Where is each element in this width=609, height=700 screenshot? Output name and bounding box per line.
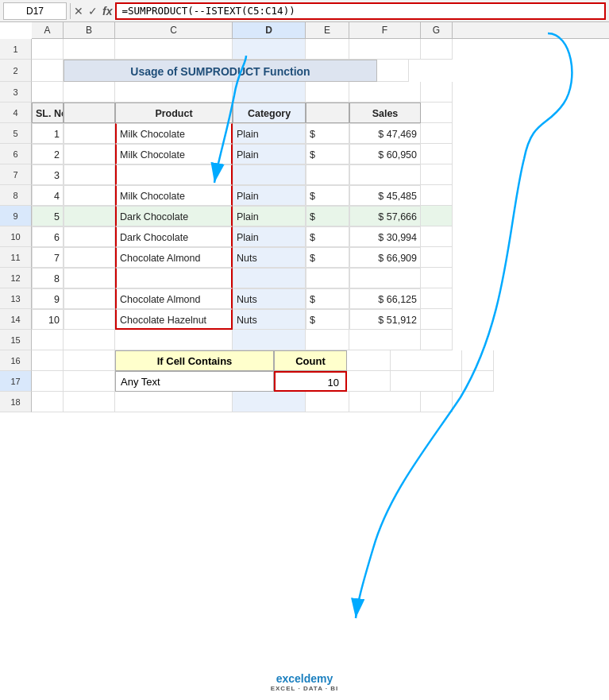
row-header-12[interactable]: 12 bbox=[0, 268, 32, 288]
cell-f11[interactable]: $ 66,909 bbox=[349, 247, 421, 268]
cell-a18[interactable] bbox=[32, 392, 64, 412]
cell-g13[interactable] bbox=[421, 288, 453, 309]
cell-f10[interactable]: $ 30,994 bbox=[349, 226, 421, 247]
cell-a5[interactable]: 1 bbox=[32, 123, 64, 144]
cell-d8[interactable]: Plain bbox=[233, 185, 306, 206]
cell-g10[interactable] bbox=[421, 226, 453, 247]
cell-f8[interactable]: $ 45,485 bbox=[349, 185, 421, 206]
cell-e6[interactable]: $ bbox=[306, 144, 349, 164]
row-header-1[interactable]: 1 bbox=[0, 39, 32, 60]
row-header-16[interactable]: 16 bbox=[0, 350, 32, 371]
cell-d6[interactable]: Plain bbox=[233, 144, 306, 164]
cell-a12[interactable]: 8 bbox=[32, 268, 64, 288]
cell-f14[interactable]: $ 51,912 bbox=[349, 309, 421, 330]
cell-f1[interactable] bbox=[349, 39, 421, 60]
cell-a3[interactable] bbox=[32, 82, 64, 102]
cell-d11[interactable]: Nuts bbox=[233, 247, 306, 268]
cell-g9[interactable] bbox=[421, 206, 453, 226]
col-header-c[interactable]: C bbox=[115, 22, 233, 38]
cell-d14[interactable]: Nuts bbox=[233, 309, 306, 330]
cell-b7[interactable] bbox=[64, 164, 115, 185]
cell-e1[interactable] bbox=[306, 39, 349, 60]
cell-e15[interactable] bbox=[306, 330, 349, 350]
cell-b16[interactable] bbox=[64, 350, 115, 371]
cell-c4-product[interactable]: Product bbox=[115, 102, 233, 123]
cell-c12[interactable] bbox=[115, 268, 233, 288]
cell-e11[interactable]: $ bbox=[306, 247, 349, 268]
cell-g17[interactable] bbox=[462, 371, 494, 392]
cell-f15[interactable] bbox=[349, 330, 421, 350]
formula-input[interactable]: =SUMPRODUCT(--ISTEXT(C5:C14)) bbox=[115, 2, 606, 20]
cell-a13[interactable]: 9 bbox=[32, 288, 64, 309]
cell-d5[interactable]: Plain bbox=[233, 123, 306, 144]
row-header-9[interactable]: 9 bbox=[0, 206, 32, 226]
cell-b9[interactable] bbox=[64, 206, 115, 226]
cell-a9[interactable]: 5 bbox=[32, 206, 64, 226]
cell-a10[interactable]: 6 bbox=[32, 226, 64, 247]
row-header-6[interactable]: 6 bbox=[0, 144, 32, 164]
cell-a11[interactable]: 7 bbox=[32, 247, 64, 268]
cell-b1[interactable] bbox=[64, 39, 115, 60]
cell-f6[interactable]: $ 60,950 bbox=[349, 144, 421, 164]
cell-d15[interactable] bbox=[233, 330, 306, 350]
cell-g14[interactable] bbox=[421, 309, 453, 330]
cell-c14[interactable]: Chocolate Hazelnut bbox=[115, 309, 233, 330]
cell-e5[interactable]: $ bbox=[306, 123, 349, 144]
fx-icon[interactable]: fx bbox=[102, 5, 112, 17]
cell-e18[interactable] bbox=[306, 392, 349, 412]
cell-b14[interactable] bbox=[64, 309, 115, 330]
cell-c1[interactable] bbox=[115, 39, 233, 60]
cell-a14[interactable]: 10 bbox=[32, 309, 64, 330]
cell-b8[interactable] bbox=[64, 185, 115, 206]
cell-c15[interactable] bbox=[115, 330, 233, 350]
cell-a1[interactable] bbox=[32, 39, 64, 60]
cell-f3[interactable] bbox=[349, 82, 421, 102]
cell-b10[interactable] bbox=[64, 226, 115, 247]
cell-e9[interactable]: $ bbox=[306, 206, 349, 226]
cell-g12[interactable] bbox=[421, 268, 453, 288]
summary-data-col1[interactable]: Any Text bbox=[115, 371, 274, 392]
cell-f4-sales[interactable]: Sales bbox=[349, 102, 421, 123]
cell-f13[interactable]: $ 66,125 bbox=[349, 288, 421, 309]
cell-d7[interactable] bbox=[233, 164, 306, 185]
row-header-2[interactable]: 2 bbox=[0, 60, 32, 82]
row-header-10[interactable]: 10 bbox=[0, 226, 32, 247]
summary-data-col2[interactable]: 10 bbox=[274, 371, 347, 392]
row-header-11[interactable]: 11 bbox=[0, 247, 32, 268]
confirm-icon[interactable]: ✓ bbox=[88, 5, 98, 17]
cell-c5[interactable]: Milk Chocolate bbox=[115, 123, 233, 144]
cell-c13[interactable]: Chocolate Almond bbox=[115, 288, 233, 309]
cell-g1[interactable] bbox=[421, 39, 453, 60]
col-header-a[interactable]: A bbox=[32, 22, 64, 38]
row-header-8[interactable]: 8 bbox=[0, 185, 32, 206]
cell-c8[interactable]: Milk Chocolate bbox=[115, 185, 233, 206]
cell-b11[interactable] bbox=[64, 247, 115, 268]
cell-d4-category[interactable]: Category bbox=[233, 102, 306, 123]
cell-e12[interactable] bbox=[306, 268, 349, 288]
cell-d10[interactable]: Plain bbox=[233, 226, 306, 247]
cell-a4-slno[interactable]: SL. No. bbox=[32, 102, 64, 123]
cell-e4-empty[interactable] bbox=[306, 102, 349, 123]
cell-g2[interactable] bbox=[377, 60, 409, 82]
row-header-7[interactable]: 7 bbox=[0, 164, 32, 185]
cell-c6[interactable]: Milk Chocolate bbox=[115, 144, 233, 164]
cell-b12[interactable] bbox=[64, 268, 115, 288]
cell-g7[interactable] bbox=[421, 164, 453, 185]
cell-f16[interactable] bbox=[391, 350, 462, 371]
cell-d18[interactable] bbox=[233, 392, 306, 412]
cell-g18[interactable] bbox=[421, 392, 453, 412]
cell-e7[interactable] bbox=[306, 164, 349, 185]
row-header-17[interactable]: 17 bbox=[0, 371, 32, 392]
cancel-icon[interactable]: ✕ bbox=[74, 5, 83, 17]
cell-a2[interactable] bbox=[32, 60, 64, 82]
row-header-15[interactable]: 15 bbox=[0, 330, 32, 350]
col-header-g[interactable]: G bbox=[421, 22, 453, 38]
cell-e16[interactable] bbox=[347, 350, 391, 371]
cell-a16[interactable] bbox=[32, 350, 64, 371]
cell-c10[interactable]: Dark Chocolate bbox=[115, 226, 233, 247]
cell-c18[interactable] bbox=[115, 392, 233, 412]
cell-b13[interactable] bbox=[64, 288, 115, 309]
cell-a7[interactable]: 3 bbox=[32, 164, 64, 185]
cell-f9[interactable]: $ 57,666 bbox=[349, 206, 421, 226]
cell-e10[interactable]: $ bbox=[306, 226, 349, 247]
